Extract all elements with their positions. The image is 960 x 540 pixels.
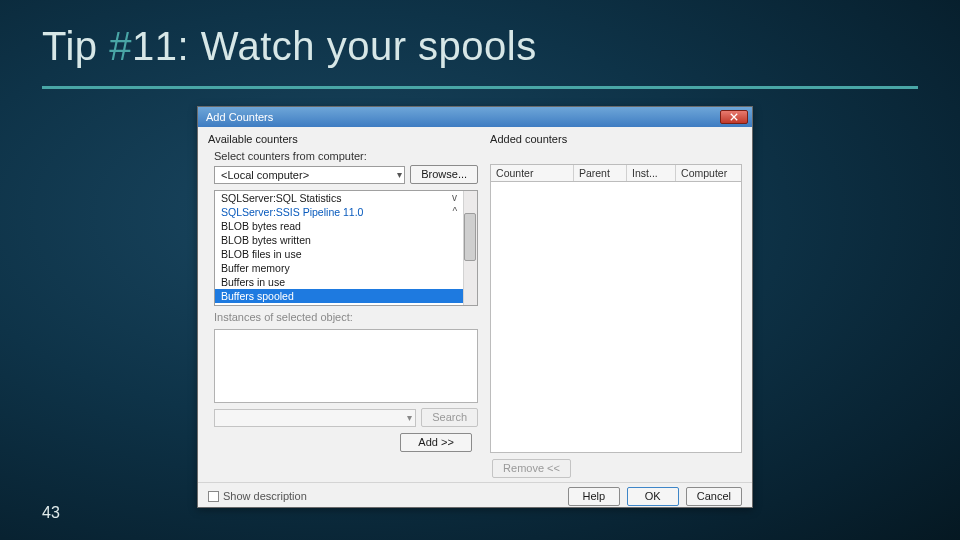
help-button[interactable]: Help (568, 487, 620, 506)
header-computer[interactable]: Computer (676, 165, 741, 181)
show-description-checkbox[interactable]: Show description (208, 490, 307, 502)
add-button[interactable]: Add >> (400, 433, 472, 452)
available-counters-panel: Available counters Select counters from … (198, 127, 486, 482)
added-counters-header: Counter Parent Inst... Computer (490, 164, 742, 182)
dialog-footer: Show description Help OK Cancel (198, 482, 752, 509)
slide: Tip #11: Watch your spools 43 Add Counte… (0, 0, 960, 540)
added-counters-panel: Added counters Counter Parent Inst... Co… (486, 127, 752, 482)
instances-label: Instances of selected object: (214, 311, 478, 323)
remove-button[interactable]: Remove << (492, 459, 571, 478)
available-counters-label: Available counters (208, 133, 478, 145)
select-from-computer-label: Select counters from computer: (214, 150, 478, 162)
instances-listbox[interactable] (214, 329, 478, 403)
counters-listbox[interactable]: SQLServer:SQL StatisticsvSQLServer:SSIS … (214, 190, 478, 306)
page-number: 43 (42, 504, 60, 522)
chevron-down-icon: ▾ (407, 412, 412, 423)
browse-button[interactable]: Browse... (410, 165, 478, 184)
add-counters-dialog: Add Counters Available counters Select c… (197, 106, 753, 508)
show-description-label: Show description (223, 490, 307, 502)
computer-combo-value: <Local computer> (221, 169, 309, 181)
computer-combo[interactable]: <Local computer> ▾ (214, 166, 405, 184)
close-icon (730, 113, 738, 121)
close-button[interactable] (720, 110, 748, 124)
chevron-down-icon: ▾ (397, 169, 402, 180)
title-post: 11: Watch your spools (132, 24, 537, 68)
title-hash: # (109, 24, 132, 68)
counter-row[interactable]: SQLServer:SQL Statisticsv (215, 191, 477, 205)
slide-title: Tip #11: Watch your spools (42, 24, 537, 69)
counter-row[interactable]: Buffers in use (215, 275, 477, 289)
scrollbar-track[interactable] (463, 191, 477, 305)
header-instance[interactable]: Inst... (627, 165, 676, 181)
ok-button[interactable]: OK (627, 487, 679, 506)
checkbox-icon (208, 491, 219, 502)
header-counter[interactable]: Counter (491, 165, 574, 181)
expand-icon: v (452, 192, 459, 204)
title-pre: Tip (42, 24, 109, 68)
cancel-button[interactable]: Cancel (686, 487, 742, 506)
scrollbar-thumb[interactable] (464, 213, 476, 261)
expand-icon: ^ (452, 206, 459, 218)
titlebar[interactable]: Add Counters (198, 107, 752, 127)
dialog-body: Available counters Select counters from … (198, 127, 752, 482)
dialog-title: Add Counters (206, 111, 273, 123)
counter-row[interactable]: Flat buffer memory (215, 303, 477, 306)
counter-row[interactable]: SQLServer:SSIS Pipeline 11.0^ (215, 205, 477, 219)
added-counters-list[interactable] (490, 182, 742, 453)
counter-row[interactable]: BLOB files in use (215, 247, 477, 261)
counter-row[interactable]: BLOB bytes written (215, 233, 477, 247)
counter-row[interactable]: Buffer memory (215, 261, 477, 275)
header-parent[interactable]: Parent (574, 165, 627, 181)
added-counters-label: Added counters (490, 133, 742, 145)
counter-row[interactable]: Buffers spooled (215, 289, 477, 303)
search-button[interactable]: Search (421, 408, 478, 427)
title-rule (42, 86, 918, 89)
search-combo[interactable]: ▾ (214, 409, 416, 427)
counter-row[interactable]: BLOB bytes read (215, 219, 477, 233)
